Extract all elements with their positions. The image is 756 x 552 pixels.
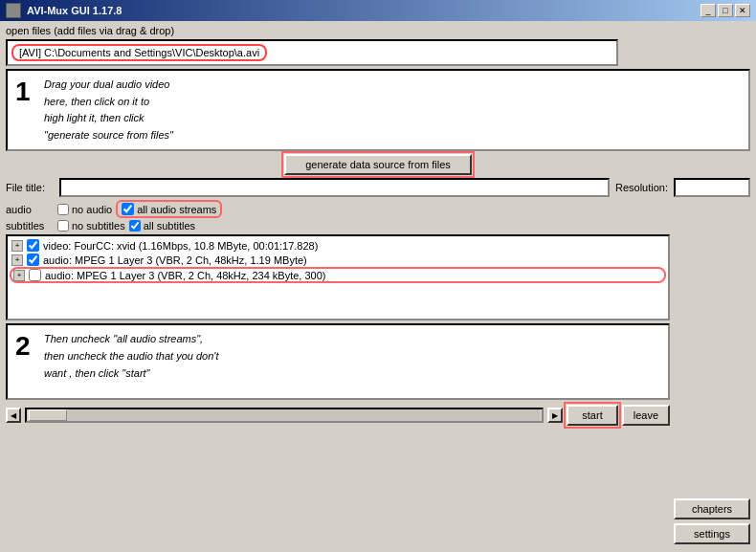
open-files-label: open files (add files via drag & drop) bbox=[6, 25, 750, 36]
all-subtitles-checkbox[interactable] bbox=[129, 220, 141, 232]
step-2-text: Then uncheck "all audio streams", then u… bbox=[44, 331, 219, 392]
audio1-stream-label: audio: MPEG 1 Layer 3 (VBR, 2 Ch, 48kHz,… bbox=[43, 254, 307, 266]
expand-audio2[interactable]: + bbox=[13, 270, 25, 281]
subtitles-row: subtitles no subtitles all subtitles bbox=[6, 220, 750, 232]
file-list-box[interactable]: [AVI] C:\Documents and Settings\VIC\Desk… bbox=[6, 39, 618, 66]
scrollbar-thumb[interactable] bbox=[29, 409, 67, 421]
title-bar-buttons: _ □ ✕ bbox=[700, 4, 750, 17]
close-button[interactable]: ✕ bbox=[735, 4, 750, 17]
stream-row-highlighted: + audio: MPEG 1 Layer 3 (VBR, 2 Ch, 48kH… bbox=[10, 267, 666, 283]
file-title-input[interactable] bbox=[59, 178, 610, 197]
left-panel: + video: FourCC: xvid (1.16Mbps, 10.8 MB… bbox=[6, 234, 670, 548]
expand-video[interactable]: + bbox=[11, 240, 23, 252]
bottom-bar: ◀ ▶ start leave bbox=[6, 405, 670, 426]
audio2-stream-label: audio: MPEG 1 Layer 3 (VBR, 2 Ch, 48kHz,… bbox=[45, 270, 325, 281]
no-subtitles-checkbox-item: no subtitles bbox=[57, 220, 125, 232]
step-2-number: 2 bbox=[15, 331, 34, 392]
all-audio-checkbox[interactable] bbox=[122, 203, 134, 215]
all-audio-highlighted: all audio streams bbox=[116, 200, 222, 218]
settings-button[interactable]: settings bbox=[674, 523, 750, 544]
audio-subtitle-block: audio no audio all audio streams subtitl… bbox=[6, 200, 750, 232]
stream-row: + audio: MPEG 1 Layer 3 (VBR, 2 Ch, 48kH… bbox=[10, 253, 666, 267]
main-layout: + video: FourCC: xvid (1.16Mbps, 10.8 MB… bbox=[6, 234, 750, 548]
generate-btn-row: generate data source from files bbox=[6, 154, 750, 175]
start-button[interactable]: start bbox=[567, 405, 617, 426]
scrollbar-track bbox=[29, 409, 540, 421]
app-icon bbox=[6, 3, 21, 18]
right-panel: chapters settings bbox=[674, 234, 750, 548]
no-subtitles-checkbox[interactable] bbox=[57, 220, 69, 232]
audio-row: audio no audio all audio streams bbox=[6, 200, 750, 218]
generate-datasource-button[interactable]: generate data source from files bbox=[284, 154, 472, 175]
window-body: open files (add files via drag & drop) [… bbox=[0, 21, 756, 552]
subtitles-label: subtitles bbox=[6, 220, 54, 232]
audio2-stream-checkbox[interactable] bbox=[29, 269, 41, 281]
resolution-input[interactable] bbox=[674, 178, 750, 197]
audio1-stream-checkbox[interactable] bbox=[27, 254, 39, 266]
audio-label: audio bbox=[6, 204, 54, 215]
step-1-number: 1 bbox=[15, 77, 34, 144]
file-title-row: File title: Resolution: bbox=[6, 178, 750, 197]
instruction-box-1: 1 Drag your dual audio video here, then … bbox=[6, 69, 750, 151]
stream-row: + video: FourCC: xvid (1.16Mbps, 10.8 MB… bbox=[10, 238, 666, 253]
no-audio-label: no audio bbox=[72, 204, 112, 215]
title-bar: AVI-Mux GUI 1.17.8 _ □ ✕ bbox=[0, 0, 756, 21]
video-stream-label: video: FourCC: xvid (1.16Mbps, 10.8 MByt… bbox=[43, 240, 318, 252]
scroll-right-arrow[interactable]: ▶ bbox=[547, 408, 563, 423]
leave-button[interactable]: leave bbox=[622, 405, 670, 426]
maximize-button[interactable]: □ bbox=[718, 4, 733, 17]
chapters-button[interactable]: chapters bbox=[674, 498, 750, 519]
no-audio-checkbox-item: no audio bbox=[57, 204, 112, 215]
no-audio-checkbox[interactable] bbox=[57, 204, 69, 215]
all-audio-label: all audio streams bbox=[137, 204, 216, 215]
streams-list[interactable]: + video: FourCC: xvid (1.16Mbps, 10.8 MB… bbox=[6, 234, 670, 320]
all-subtitles-checkbox-item: all subtitles bbox=[129, 220, 195, 232]
scroll-left-arrow[interactable]: ◀ bbox=[6, 408, 21, 423]
file-item[interactable]: [AVI] C:\Documents and Settings\VIC\Desk… bbox=[11, 44, 267, 61]
step-1-text: Drag your dual audio video here, then cl… bbox=[44, 77, 173, 144]
instruction-box-2: 2 Then uncheck "all audio streams", then… bbox=[6, 323, 670, 400]
expand-audio1[interactable]: + bbox=[11, 254, 23, 266]
resolution-label: Resolution: bbox=[615, 182, 668, 193]
video-stream-checkbox[interactable] bbox=[27, 239, 39, 252]
horizontal-scrollbar[interactable] bbox=[25, 408, 544, 423]
no-subtitles-label: no subtitles bbox=[72, 220, 125, 232]
all-subtitles-label: all subtitles bbox=[144, 220, 195, 232]
minimize-button[interactable]: _ bbox=[700, 4, 716, 17]
app-title: AVI-Mux GUI 1.17.8 bbox=[27, 5, 122, 16]
file-title-label: File title: bbox=[6, 182, 54, 193]
